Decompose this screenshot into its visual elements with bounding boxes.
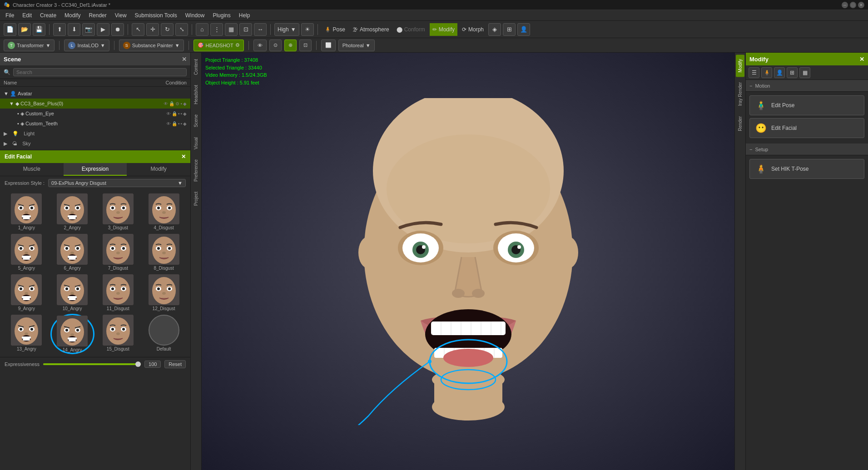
- import-button[interactable]: ⬇: [68, 23, 80, 36]
- expression-item-13[interactable]: 13_Angry: [5, 314, 49, 354]
- view-tool-2[interactable]: ⋮: [210, 23, 223, 36]
- conform-button[interactable]: ⬤ Conform: [394, 23, 428, 36]
- menu-plugins[interactable]: Plugins: [209, 11, 234, 20]
- menu-help[interactable]: Help: [235, 11, 254, 20]
- expression-item-14[interactable]: 14_Angry: [50, 314, 94, 354]
- content-tab[interactable]: Content: [192, 54, 200, 79]
- tree-item-custom-eye[interactable]: • ◈ Custom_Eye 👁🔒••◆: [0, 109, 190, 119]
- expression-item-15[interactable]: 15_Disgust: [96, 314, 140, 354]
- expression-item-11[interactable]: 11_Disgust: [96, 273, 140, 312]
- preference-vtab[interactable]: Preference: [192, 155, 200, 186]
- scene-close-button[interactable]: ✕: [182, 56, 187, 63]
- project-vtab[interactable]: Project: [192, 187, 200, 210]
- maximize-button[interactable]: □: [850, 2, 856, 8]
- render-vtab[interactable]: Render: [736, 112, 744, 136]
- headshot-vtab[interactable]: Headshot: [192, 80, 200, 109]
- play-button[interactable]: ▶: [97, 23, 109, 36]
- headshot-button[interactable]: 🎯 HEADSHOT ⚙: [193, 40, 244, 51]
- tree-item-cc3base[interactable]: ▼ ◆ CC3_Base_Plus(0) 👁🔒⚙•◆: [0, 99, 190, 109]
- viewport[interactable]: Project Triangle : 37408 Selected Triang…: [202, 53, 734, 470]
- transformer-button[interactable]: T Transformer ▼: [4, 40, 55, 51]
- atmosphere-button[interactable]: 🌫 Atmosphere: [350, 23, 392, 36]
- minimize-button[interactable]: ─: [842, 2, 848, 8]
- move-tool[interactable]: ✛: [146, 23, 159, 36]
- expression-item-1[interactable]: 1_Angry: [5, 193, 49, 231]
- set-hik-tpose-button[interactable]: 🧍 Set HIK T-Pose: [749, 159, 864, 179]
- view-mode-4[interactable]: ⊡: [299, 40, 312, 51]
- record-button[interactable]: ⏺: [111, 23, 124, 36]
- export-button[interactable]: ⬆: [53, 23, 66, 36]
- expression-item-10[interactable]: 10_Angry: [50, 273, 94, 312]
- expression-item-6[interactable]: 6_Angry: [50, 233, 94, 272]
- expression-item-5[interactable]: 5_Angry: [5, 233, 49, 272]
- setup-collapse-btn[interactable]: −: [749, 147, 752, 152]
- tab-modify[interactable]: Modify: [127, 163, 190, 176]
- menu-window[interactable]: Window: [182, 11, 208, 20]
- view-tool-3[interactable]: ▦: [225, 23, 238, 36]
- expressiveness-slider[interactable]: [43, 363, 141, 365]
- new-button[interactable]: 📄: [4, 23, 16, 36]
- menu-modify[interactable]: Modify: [61, 11, 84, 20]
- expressiveness-value[interactable]: [144, 361, 161, 368]
- tool-c[interactable]: 👤: [517, 23, 530, 36]
- motion-collapse-btn[interactable]: −: [749, 83, 752, 89]
- expression-item-4[interactable]: 4_Disgust: [142, 193, 186, 231]
- close-button[interactable]: ✕: [858, 2, 864, 8]
- rp-sliders-btn[interactable]: ☰: [749, 67, 759, 78]
- modify-vtab[interactable]: Modify: [736, 54, 744, 77]
- view-tool-1[interactable]: ⌂: [196, 23, 208, 36]
- expression-style-dropdown[interactable]: 09-ExPlus Angry Disgust ▼: [48, 179, 186, 187]
- open-button[interactable]: 📂: [18, 23, 31, 36]
- pose-button[interactable]: 🧍 Pose: [322, 23, 348, 36]
- morph-button[interactable]: ⟳ Morph: [459, 23, 486, 36]
- scene-vtab[interactable]: Scene: [192, 110, 200, 132]
- reset-button[interactable]: Reset: [164, 360, 186, 368]
- search-input[interactable]: [13, 68, 187, 76]
- expression-item-16[interactable]: Default: [142, 314, 186, 354]
- photoreal-button[interactable]: Photoreal ▼: [338, 40, 375, 51]
- menu-submission-tools[interactable]: Submission Tools: [131, 11, 181, 20]
- expression-item-7[interactable]: 7_Disgust: [96, 233, 140, 272]
- rp-grid-btn[interactable]: ▦: [799, 67, 810, 78]
- save-button[interactable]: 💾: [33, 23, 45, 36]
- capture-button[interactable]: 📷: [82, 23, 95, 36]
- expression-item-9[interactable]: 9_Angry: [5, 273, 49, 312]
- sun-button[interactable]: ☀: [301, 23, 314, 36]
- edit-facial-button[interactable]: 😶 Edit Facial: [749, 118, 864, 138]
- expression-item-2[interactable]: 2_Angry: [50, 193, 94, 231]
- frame-button[interactable]: ⬜: [321, 40, 336, 51]
- view-mode-3[interactable]: ⊕: [284, 40, 297, 51]
- menu-render[interactable]: Render: [85, 11, 110, 20]
- tree-item-custom-teeth[interactable]: • ◈ Custom_Teeth 👁🔒••◆: [0, 119, 190, 129]
- menu-create[interactable]: Create: [36, 11, 60, 20]
- tab-expression[interactable]: Expression: [64, 163, 127, 176]
- rp-face-btn[interactable]: 👤: [774, 67, 785, 78]
- menu-file[interactable]: File: [2, 11, 18, 20]
- select-tool[interactable]: ↖: [132, 23, 144, 36]
- tool-a[interactable]: ◈: [488, 23, 501, 36]
- menu-edit[interactable]: Edit: [19, 11, 35, 20]
- tool-b[interactable]: ⊞: [503, 23, 516, 36]
- instalod-button[interactable]: L InstaLOD ▼: [64, 40, 109, 51]
- visual-vtab[interactable]: Visual: [192, 133, 200, 154]
- expression-item-3[interactable]: 3_Disgust: [96, 193, 140, 231]
- expression-item-8[interactable]: 8_Disgust: [142, 233, 186, 272]
- edit-pose-button[interactable]: 🧍‍♂️ Edit Pose: [749, 95, 864, 115]
- substance-button[interactable]: S Substance Painter ▼: [119, 40, 184, 51]
- view-tool-5[interactable]: ↔: [254, 23, 267, 36]
- expression-item-12[interactable]: 12_Disgust: [142, 273, 186, 312]
- rotate-tool[interactable]: ↻: [161, 23, 174, 36]
- view-tool-4[interactable]: ⊡: [239, 23, 252, 36]
- modify-panel-close[interactable]: ✕: [859, 56, 864, 63]
- quality-dropdown[interactable]: High ▼: [274, 23, 299, 36]
- view-mode-2[interactable]: ⊙: [269, 40, 282, 51]
- rp-body-btn[interactable]: 🧍: [761, 67, 772, 78]
- rp-transform-btn[interactable]: ⊞: [787, 67, 798, 78]
- tree-item-avatar[interactable]: ▼ 👤 Avatar: [0, 89, 190, 99]
- tree-item-light[interactable]: ▶ 💡 Light: [0, 129, 190, 139]
- tab-muscle[interactable]: Muscle: [0, 163, 64, 176]
- iray-render-vtab[interactable]: Iray Render: [736, 78, 744, 110]
- tree-item-sky[interactable]: ▶ 🌤 Sky: [0, 139, 190, 148]
- modify-button[interactable]: ✏ Modify: [430, 23, 457, 36]
- slider-thumb[interactable]: [135, 361, 141, 367]
